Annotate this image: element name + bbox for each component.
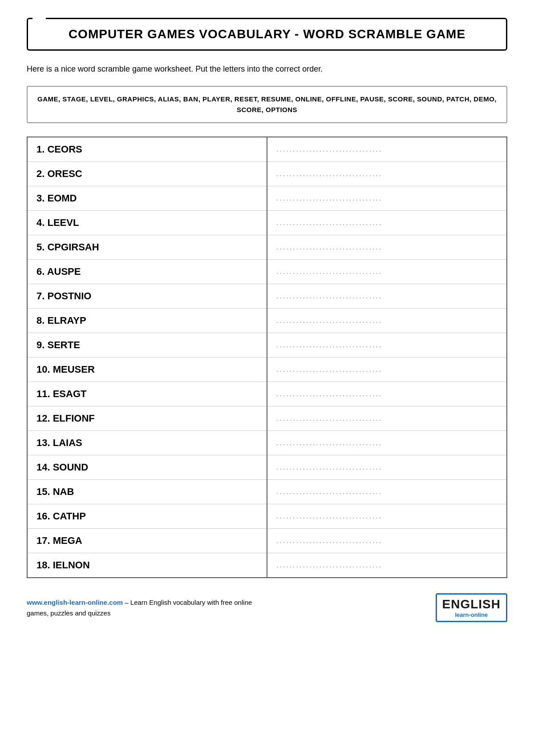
table-row: 10. MEUSER..............................… [27, 358, 507, 382]
table-row: 1. CEORS................................ [27, 137, 507, 162]
table-row: 14. SOUND...............................… [27, 455, 507, 480]
dot-line: ................................ [276, 439, 382, 447]
scramble-item: 3. EOMD [27, 186, 267, 211]
dot-line: ................................ [276, 463, 382, 471]
dot-line: ................................ [276, 341, 382, 349]
scramble-item: 6. AUSPE [27, 260, 267, 284]
answer-line: ................................ [267, 431, 507, 455]
table-row: 11. ESAGT...............................… [27, 382, 507, 406]
table-row: 5. CPGIRSAH.............................… [27, 235, 507, 260]
scramble-item: 15. NAB [27, 480, 267, 504]
word-list-box: GAME, STAGE, LEVEL, GRAPHICS, ALIAS, BAN… [27, 86, 507, 123]
dot-line: ................................ [276, 170, 382, 178]
answer-line: ................................ [267, 260, 507, 284]
table-row: 16. CATHP...............................… [27, 504, 507, 529]
answer-line: ................................ [267, 529, 507, 553]
dot-line: ................................ [276, 366, 382, 374]
answer-line: ................................ [267, 137, 507, 162]
answer-line: ................................ [267, 382, 507, 406]
answer-line: ................................ [267, 553, 507, 578]
scramble-item: 17. MEGA [27, 529, 267, 553]
footer-logo: ENGLISH learn-online [436, 593, 507, 622]
answer-line: ................................ [267, 235, 507, 260]
dot-line: ................................ [276, 537, 382, 545]
dot-line: ................................ [276, 243, 382, 251]
dot-line: ................................ [276, 561, 382, 569]
answer-line: ................................ [267, 406, 507, 431]
scramble-item: 11. ESAGT [27, 382, 267, 406]
scramble-item: 1. CEORS [27, 137, 267, 162]
table-row: 12. ELFIONF.............................… [27, 406, 507, 431]
table-row: 17. MEGA................................ [27, 529, 507, 553]
table-row: 9. SERTE................................ [27, 333, 507, 358]
answer-line: ................................ [267, 162, 507, 186]
scramble-item: 4. LEEVL [27, 211, 267, 235]
description-text: Here is a nice word scramble game worksh… [27, 63, 507, 75]
table-row: 7. POSTNIO..............................… [27, 284, 507, 309]
answer-line: ................................ [267, 186, 507, 211]
footer: www.english-learn-online.com – Learn Eng… [27, 589, 507, 622]
word-list: GAME, STAGE, LEVEL, GRAPHICS, ALIAS, BAN… [36, 94, 498, 115]
answer-line: ................................ [267, 211, 507, 235]
answer-line: ................................ [267, 358, 507, 382]
scramble-item: 18. IELNON [27, 553, 267, 578]
dot-line: ................................ [276, 317, 382, 325]
answer-line: ................................ [267, 284, 507, 309]
table-row: 13. LAIAS...............................… [27, 431, 507, 455]
dot-line: ................................ [276, 145, 382, 153]
table-row: 2. ORESC................................ [27, 162, 507, 186]
table-row: 4. LEEVL................................ [27, 211, 507, 235]
footer-logo-main: ENGLISH [442, 597, 501, 611]
scramble-item: 10. MEUSER [27, 358, 267, 382]
dot-line: ................................ [276, 414, 382, 422]
answer-line: ................................ [267, 504, 507, 529]
scramble-item: 14. SOUND [27, 455, 267, 480]
scramble-item: 2. ORESC [27, 162, 267, 186]
table-row: 3. EOMD................................ [27, 186, 507, 211]
dot-line: ................................ [276, 219, 382, 227]
scramble-item: 12. ELFIONF [27, 406, 267, 431]
scramble-item: 7. POSTNIO [27, 284, 267, 309]
scramble-item: 8. ELRAYP [27, 309, 267, 333]
footer-text: www.english-learn-online.com – Learn Eng… [27, 597, 252, 619]
dot-line: ................................ [276, 194, 382, 202]
dot-line: ................................ [276, 512, 382, 520]
footer-url[interactable]: www.english-learn-online.com [27, 599, 123, 606]
dot-line: ................................ [276, 488, 382, 496]
footer-logo-sub: learn-online [455, 611, 488, 618]
answer-line: ................................ [267, 309, 507, 333]
scramble-item: 5. CPGIRSAH [27, 235, 267, 260]
answer-line: ................................ [267, 333, 507, 358]
table-row: 18. IELNON..............................… [27, 553, 507, 578]
page-title: COMPUTER GAMES VOCABULARY - WORD SCRAMBL… [39, 27, 495, 41]
dot-line: ................................ [276, 268, 382, 276]
answer-line: ................................ [267, 455, 507, 480]
scramble-item: 16. CATHP [27, 504, 267, 529]
table-row: 8. ELRAYP...............................… [27, 309, 507, 333]
dot-line: ................................ [276, 390, 382, 398]
title-box: COMPUTER GAMES VOCABULARY - WORD SCRAMBL… [27, 18, 507, 51]
scramble-item: 9. SERTE [27, 333, 267, 358]
answer-line: ................................ [267, 480, 507, 504]
table-row: 6. AUSPE................................ [27, 260, 507, 284]
scramble-table: 1. CEORS................................… [27, 137, 507, 578]
table-row: 15. NAB................................ [27, 480, 507, 504]
scramble-item: 13. LAIAS [27, 431, 267, 455]
dot-line: ................................ [276, 292, 382, 300]
